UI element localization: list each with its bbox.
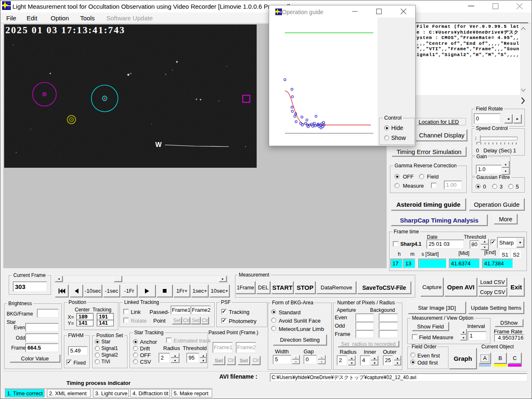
svg-text:W: W [155,141,162,148]
svg-text:2025 01 03 17:13:41:743: 2025 01 03 17:13:41:743 [5,25,125,35]
